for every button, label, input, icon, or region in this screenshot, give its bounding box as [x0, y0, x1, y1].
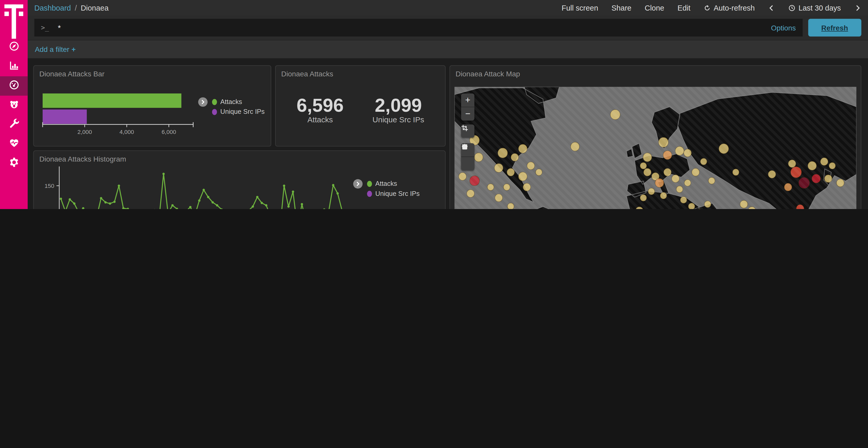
nav-item-share[interactable]: Share [612, 4, 631, 12]
data-point[interactable] [118, 184, 120, 187]
attack-map[interactable]: + − Count 1 – 159.6159.6 – 318.2318.2 – … [455, 87, 857, 209]
data-point[interactable] [256, 196, 258, 198]
map-bubble[interactable] [474, 153, 483, 162]
map-bubble[interactable] [829, 162, 835, 169]
map-bubble[interactable] [494, 164, 503, 172]
data-point[interactable] [323, 208, 326, 209]
data-point[interactable] [109, 202, 111, 205]
nav-item-auto-refresh[interactable]: Auto-refresh [704, 4, 755, 12]
map-bubble[interactable] [660, 192, 667, 199]
bar-Unique Src IPs[interactable] [43, 109, 87, 124]
map-bubble[interactable] [820, 158, 828, 165]
map-bubble[interactable] [684, 149, 691, 157]
zoom-in-button[interactable]: + [461, 94, 474, 107]
map-bubble[interactable] [733, 169, 739, 175]
data-point[interactable] [212, 201, 214, 204]
map-bubble[interactable] [519, 172, 527, 181]
map-bubble[interactable] [498, 148, 507, 158]
map-bubble[interactable] [675, 146, 684, 155]
map-bubble[interactable] [571, 142, 580, 151]
legend-item[interactable]: Attacks [367, 179, 420, 188]
map-bubble[interactable] [768, 170, 776, 178]
options-link[interactable]: Options [771, 24, 796, 32]
map-bubble[interactable] [511, 153, 519, 161]
map-bubble[interactable] [643, 153, 652, 162]
map-bubble[interactable] [719, 144, 729, 154]
data-point[interactable] [198, 200, 200, 202]
sidebar-item-visualize[interactable] [0, 57, 28, 76]
map-bubble[interactable] [692, 168, 700, 176]
map-bubble[interactable] [672, 175, 679, 182]
map-bubble[interactable] [507, 203, 514, 209]
map-bubble[interactable] [640, 195, 647, 201]
sidebar-item-management[interactable] [0, 154, 28, 173]
data-point[interactable] [60, 198, 62, 200]
fit-bounds-button[interactable] [461, 125, 474, 138]
data-point[interactable] [261, 202, 263, 204]
map-bubble[interactable] [700, 158, 707, 165]
data-point[interactable] [301, 203, 303, 205]
map-bubble[interactable] [663, 151, 672, 160]
data-point[interactable] [336, 192, 339, 195]
data-point[interactable] [171, 204, 174, 206]
zoom-out-button[interactable]: − [461, 107, 474, 121]
map-bubble[interactable] [684, 180, 691, 186]
data-point[interactable] [265, 204, 268, 206]
map-bubble[interactable] [488, 184, 494, 191]
map-bubble[interactable] [640, 162, 647, 169]
breadcrumb-dashboard-link[interactable]: Dashboard [34, 4, 71, 12]
map-bubble[interactable] [503, 184, 510, 191]
map-bubble[interactable] [467, 190, 474, 198]
nav-item-time-range[interactable]: Last 30 days [788, 4, 841, 12]
map-bubble[interactable] [824, 175, 832, 182]
nav-item-edit[interactable]: Edit [678, 4, 690, 12]
nav-item-time-back[interactable] [768, 4, 775, 11]
map-bubble[interactable] [836, 179, 844, 187]
map-bubble[interactable] [705, 201, 711, 208]
nav-item-clone[interactable]: Clone [645, 4, 664, 12]
map-bubble[interactable] [664, 168, 672, 176]
nav-item-full-screen[interactable]: Full screen [562, 4, 598, 12]
legend-item[interactable]: Attacks [212, 97, 265, 107]
data-point[interactable] [283, 184, 285, 187]
sidebar-item-dashboard[interactable] [0, 76, 28, 96]
data-point[interactable] [122, 207, 125, 209]
map-bubble[interactable] [740, 200, 748, 208]
data-point[interactable] [189, 206, 191, 208]
map-bubble[interactable] [655, 179, 664, 187]
map-bubble[interactable] [644, 168, 651, 176]
sidebar-item-timelion[interactable] [0, 96, 28, 115]
data-point[interactable] [82, 207, 85, 209]
data-point[interactable] [216, 204, 218, 206]
data-point[interactable] [73, 202, 75, 205]
bar-Attacks[interactable] [43, 94, 181, 108]
map-bubble[interactable] [611, 110, 620, 120]
data-point[interactable] [162, 173, 165, 175]
sidebar-item-monitoring[interactable] [0, 134, 28, 154]
data-point[interactable] [207, 196, 209, 198]
legend-expand-button[interactable] [198, 97, 208, 107]
map-bubble[interactable] [788, 160, 796, 168]
map-bubble[interactable] [680, 197, 687, 203]
map-bubble[interactable] [799, 177, 810, 188]
sidebar-item-dev-tools[interactable] [0, 115, 28, 134]
data-point[interactable] [332, 184, 334, 186]
map-bubble[interactable] [535, 169, 542, 175]
data-point[interactable] [100, 197, 102, 199]
data-point[interactable] [203, 188, 205, 191]
legend-item[interactable]: Unique Src IPs [212, 107, 265, 117]
map-bubble[interactable] [748, 207, 756, 209]
map-bubble[interactable] [495, 194, 503, 202]
data-point[interactable] [69, 198, 71, 201]
legend-expand-button[interactable] [353, 179, 363, 188]
sidebar-item-discover[interactable] [0, 38, 28, 57]
data-point[interactable] [114, 201, 116, 203]
add-filter-button[interactable]: Add a filter+ [35, 45, 76, 54]
map-bubble[interactable] [658, 137, 668, 147]
search-input[interactable]: >_ * Options [34, 19, 802, 37]
data-point[interactable] [127, 208, 129, 209]
map-bubble[interactable] [507, 168, 515, 176]
data-point[interactable] [287, 205, 289, 208]
map-bubble[interactable] [459, 173, 467, 180]
map-bubble[interactable] [527, 162, 535, 170]
